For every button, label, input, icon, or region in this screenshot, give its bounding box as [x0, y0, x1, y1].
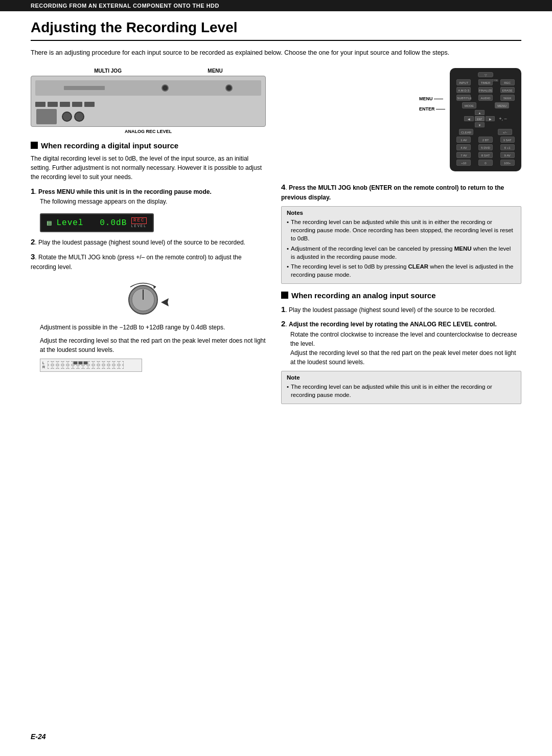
level-display: ▤ Level 0.0dB REC LEVEL: [40, 213, 154, 232]
device-inner: [35, 80, 261, 96]
display-icon: ▤: [47, 218, 52, 227]
remote-btn-4: 4 AV: [456, 144, 471, 150]
seg-l-9: [88, 361, 93, 365]
seg-r-10: [94, 365, 98, 369]
level-meter-row-r: R: [42, 365, 140, 369]
remote-control: ▽ OPEN/CLOSE INPUT TIMER REC A.M.D.S FIN…: [450, 68, 521, 171]
device-slot: [64, 86, 105, 90]
remote-wrapper: MENU —— ENTER —— ▽ OPEN/CLOSE INPUT TIME: [450, 68, 521, 171]
seg-r-12: [104, 365, 108, 369]
level-label: LEVEL: [131, 224, 147, 228]
seg-l-3: [58, 361, 62, 365]
remote-left: ◀: [464, 116, 474, 121]
remote-enter: ENT: [475, 116, 485, 121]
remote-btn-2: 2 BT: [478, 137, 493, 143]
remote-btn-rec: REC: [500, 79, 515, 85]
two-column-layout: MULTI JOG MENU: [31, 68, 521, 408]
multi-jog-label: MULTI JOG: [94, 68, 122, 74]
seg-r-6: [73, 365, 78, 369]
display-text: Level 0.0dB: [56, 218, 127, 228]
step-1-sub: The following message appears on the dis…: [40, 197, 266, 206]
remote-btn-input: INPUT: [456, 79, 471, 85]
notes-item-2: • Adjustment of the recording level can …: [287, 244, 516, 261]
analog-step-1: 1. Play the loudest passage (highest sou…: [281, 304, 521, 316]
remote-btn-seek: SEEK: [500, 95, 515, 101]
seg-l-6: [73, 361, 78, 365]
analog-step-2-sub1: Rotate the control clockwise to increase…: [290, 330, 521, 348]
seg-r-7: [78, 365, 83, 369]
intro-text: There is an adjusting procedure for each…: [31, 48, 521, 58]
level-meter-illustration: L: [40, 359, 142, 372]
knob-svg: [123, 277, 174, 318]
device-diagram-area: MULTI JOG MENU: [31, 68, 266, 134]
seg-r-14: [114, 365, 119, 369]
left-column: MULTI JOG MENU: [31, 68, 266, 408]
remote-btn-1: 1 AV: [456, 137, 471, 143]
device-knob-menu: [225, 84, 233, 92]
remote-btn-8: 8 SAT: [478, 152, 493, 158]
remote-plus-minus: +, –: [499, 116, 507, 121]
remote-row-4: MODE MENU: [453, 102, 518, 108]
analog-rec-level-label: ANALOG REC LEVEL: [31, 129, 266, 134]
device-knob-multijog: [162, 84, 169, 92]
remote-down: ▼: [475, 122, 485, 127]
seg-l-10: [94, 361, 98, 365]
seg-l-14: [114, 361, 119, 365]
seg-r-9: [88, 365, 93, 369]
seg-l-1: [48, 361, 52, 365]
remote-btn-6: 6 +1: [500, 144, 515, 150]
analog-section-heading: When recording an analog input source: [281, 291, 521, 300]
remote-area: MENU —— ENTER —— ▽ OPEN/CLOSE INPUT TIME: [281, 68, 521, 171]
analog-step-2-sub2: Adjust the recording level so that the r…: [290, 348, 521, 367]
level-meter-row-l: L: [42, 361, 140, 365]
adjustment-note2: Adjust the recording level so that the r…: [40, 336, 266, 354]
step-1: 1. Press MENU while this unit is in the …: [31, 186, 266, 207]
remote-btn-5: 5 DVD: [478, 144, 493, 150]
remote-btn-3: 3 SAT: [500, 137, 515, 143]
seg-l-11: [99, 361, 103, 365]
remote-btn-audio: AUDIO: [478, 95, 493, 101]
analog-knob: [62, 112, 72, 122]
device-btn-5: [84, 102, 95, 107]
seg-r-1: [48, 365, 52, 369]
seg-l-4: [63, 361, 67, 365]
enter-remote-label: ENTER ——: [419, 106, 445, 112]
device-btn-3: [60, 102, 70, 107]
seg-l-13: [109, 361, 113, 365]
device-buttons-row: [31, 100, 265, 109]
seg-r-8: [83, 365, 88, 369]
analog-knob-2: [74, 112, 84, 122]
remote-btn-mode: MODE: [462, 102, 476, 108]
seg-r-11: [99, 365, 103, 369]
footer-page-num: E-24: [31, 732, 46, 741]
menu-remote-label: MENU ——: [419, 96, 443, 101]
device-btn-2: [48, 102, 58, 107]
device-labels: MULTI JOG MENU: [31, 68, 266, 74]
remote-nav-cross: ▲ ◀ ENT ▶ ▼ +, –: [453, 110, 518, 127]
remote-row-num3: 7 AV 8 SAT 9 AV: [453, 152, 518, 158]
seg-r-15: [119, 365, 124, 369]
remote-row-clear: CLEAR +/–: [453, 129, 518, 135]
seg-l-5: [68, 361, 73, 365]
notes-item-1: • The recording level can be adjusted wh…: [287, 218, 516, 242]
notes-box: Notes • The recording level can be adjus…: [281, 206, 521, 284]
digital-section-heading: When recording a digital input source: [31, 141, 266, 150]
adjustment-note: Adjustment is possible in the −12dB to +…: [40, 323, 266, 332]
seg-l-7: [78, 361, 83, 365]
step-2: 2. Play the loudest passage (highest sou…: [31, 236, 266, 248]
remote-btn-clear: CLEAR: [459, 129, 473, 135]
analog-note-title: Note: [287, 374, 516, 381]
step-3: 3. Rotate the MULTI JOG knob (press +/– …: [31, 251, 266, 272]
device-controls: [62, 112, 84, 122]
section-icon: [31, 142, 38, 149]
remote-row-num1: 1 AV 2 BT 3 SAT: [453, 137, 518, 143]
remote-btn-7: 7 AV: [456, 152, 471, 158]
display-rec-group: REC LEVEL: [131, 217, 147, 228]
meter-segments-r: [48, 365, 124, 369]
right-column: MENU —— ENTER —— ▽ OPEN/CLOSE INPUT TIME: [281, 68, 521, 408]
device-btn-4: [72, 102, 82, 107]
seg-r-5: [68, 365, 73, 369]
seg-l-12: [104, 361, 108, 365]
seg-l-2: [53, 361, 57, 365]
remote-btn-plus10: +10: [456, 160, 471, 166]
